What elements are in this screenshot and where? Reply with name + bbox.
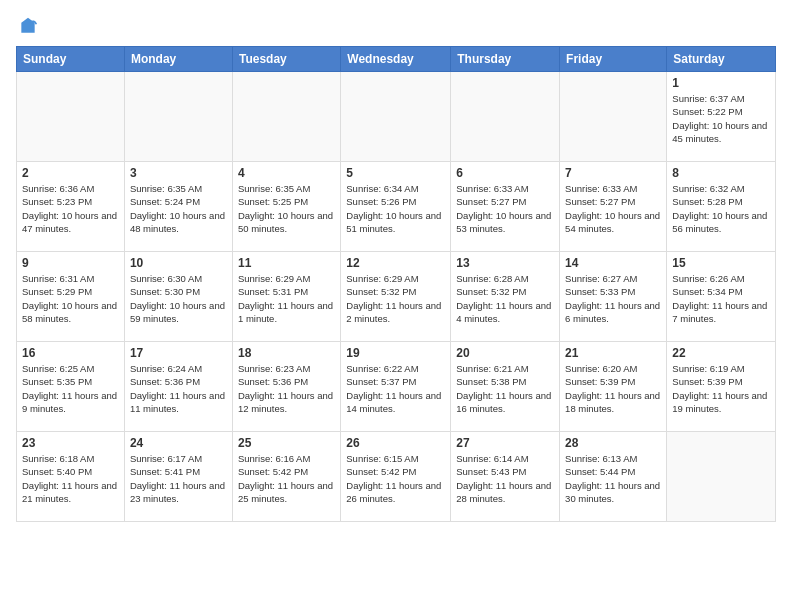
day-number: 22 [672,346,770,360]
calendar-cell: 20Sunrise: 6:21 AM Sunset: 5:38 PM Dayli… [451,342,560,432]
day-number: 10 [130,256,227,270]
calendar-cell: 10Sunrise: 6:30 AM Sunset: 5:30 PM Dayli… [124,252,232,342]
day-info: Sunrise: 6:16 AM Sunset: 5:42 PM Dayligh… [238,452,335,505]
day-number: 4 [238,166,335,180]
weekday-header-row: SundayMondayTuesdayWednesdayThursdayFrid… [17,47,776,72]
day-number: 12 [346,256,445,270]
weekday-header-friday: Friday [560,47,667,72]
weekday-header-thursday: Thursday [451,47,560,72]
calendar-week-row: 9Sunrise: 6:31 AM Sunset: 5:29 PM Daylig… [17,252,776,342]
weekday-header-saturday: Saturday [667,47,776,72]
calendar-cell: 11Sunrise: 6:29 AM Sunset: 5:31 PM Dayli… [232,252,340,342]
day-info: Sunrise: 6:21 AM Sunset: 5:38 PM Dayligh… [456,362,554,415]
calendar-cell: 16Sunrise: 6:25 AM Sunset: 5:35 PM Dayli… [17,342,125,432]
day-info: Sunrise: 6:29 AM Sunset: 5:31 PM Dayligh… [238,272,335,325]
day-number: 11 [238,256,335,270]
day-number: 26 [346,436,445,450]
calendar-cell [17,72,125,162]
day-info: Sunrise: 6:14 AM Sunset: 5:43 PM Dayligh… [456,452,554,505]
day-info: Sunrise: 6:26 AM Sunset: 5:34 PM Dayligh… [672,272,770,325]
day-number: 9 [22,256,119,270]
weekday-header-sunday: Sunday [17,47,125,72]
day-info: Sunrise: 6:35 AM Sunset: 5:24 PM Dayligh… [130,182,227,235]
day-info: Sunrise: 6:30 AM Sunset: 5:30 PM Dayligh… [130,272,227,325]
calendar-cell [124,72,232,162]
calendar-table: SundayMondayTuesdayWednesdayThursdayFrid… [16,46,776,522]
day-info: Sunrise: 6:25 AM Sunset: 5:35 PM Dayligh… [22,362,119,415]
day-info: Sunrise: 6:28 AM Sunset: 5:32 PM Dayligh… [456,272,554,325]
day-number: 2 [22,166,119,180]
calendar-cell [232,72,340,162]
calendar-week-row: 23Sunrise: 6:18 AM Sunset: 5:40 PM Dayli… [17,432,776,522]
day-info: Sunrise: 6:13 AM Sunset: 5:44 PM Dayligh… [565,452,661,505]
calendar-cell: 7Sunrise: 6:33 AM Sunset: 5:27 PM Daylig… [560,162,667,252]
day-number: 3 [130,166,227,180]
calendar-cell: 14Sunrise: 6:27 AM Sunset: 5:33 PM Dayli… [560,252,667,342]
calendar-cell: 13Sunrise: 6:28 AM Sunset: 5:32 PM Dayli… [451,252,560,342]
calendar-cell: 8Sunrise: 6:32 AM Sunset: 5:28 PM Daylig… [667,162,776,252]
calendar-cell: 4Sunrise: 6:35 AM Sunset: 5:25 PM Daylig… [232,162,340,252]
day-number: 13 [456,256,554,270]
day-number: 1 [672,76,770,90]
calendar-cell: 9Sunrise: 6:31 AM Sunset: 5:29 PM Daylig… [17,252,125,342]
calendar-cell: 3Sunrise: 6:35 AM Sunset: 5:24 PM Daylig… [124,162,232,252]
day-info: Sunrise: 6:37 AM Sunset: 5:22 PM Dayligh… [672,92,770,145]
calendar-cell [560,72,667,162]
day-info: Sunrise: 6:15 AM Sunset: 5:42 PM Dayligh… [346,452,445,505]
calendar-week-row: 1Sunrise: 6:37 AM Sunset: 5:22 PM Daylig… [17,72,776,162]
day-number: 7 [565,166,661,180]
day-number: 16 [22,346,119,360]
calendar-cell [451,72,560,162]
calendar-cell: 2Sunrise: 6:36 AM Sunset: 5:23 PM Daylig… [17,162,125,252]
calendar-cell [341,72,451,162]
day-info: Sunrise: 6:32 AM Sunset: 5:28 PM Dayligh… [672,182,770,235]
day-info: Sunrise: 6:33 AM Sunset: 5:27 PM Dayligh… [565,182,661,235]
day-number: 20 [456,346,554,360]
day-number: 27 [456,436,554,450]
day-number: 18 [238,346,335,360]
day-number: 28 [565,436,661,450]
day-number: 15 [672,256,770,270]
calendar-cell [667,432,776,522]
day-info: Sunrise: 6:20 AM Sunset: 5:39 PM Dayligh… [565,362,661,415]
calendar-cell: 17Sunrise: 6:24 AM Sunset: 5:36 PM Dayli… [124,342,232,432]
day-number: 5 [346,166,445,180]
day-info: Sunrise: 6:36 AM Sunset: 5:23 PM Dayligh… [22,182,119,235]
day-info: Sunrise: 6:34 AM Sunset: 5:26 PM Dayligh… [346,182,445,235]
page-header [16,16,776,36]
weekday-header-tuesday: Tuesday [232,47,340,72]
day-number: 17 [130,346,227,360]
calendar-cell: 1Sunrise: 6:37 AM Sunset: 5:22 PM Daylig… [667,72,776,162]
day-info: Sunrise: 6:22 AM Sunset: 5:37 PM Dayligh… [346,362,445,415]
day-info: Sunrise: 6:27 AM Sunset: 5:33 PM Dayligh… [565,272,661,325]
calendar-cell: 6Sunrise: 6:33 AM Sunset: 5:27 PM Daylig… [451,162,560,252]
day-info: Sunrise: 6:18 AM Sunset: 5:40 PM Dayligh… [22,452,119,505]
calendar-cell: 24Sunrise: 6:17 AM Sunset: 5:41 PM Dayli… [124,432,232,522]
day-number: 25 [238,436,335,450]
calendar-cell: 26Sunrise: 6:15 AM Sunset: 5:42 PM Dayli… [341,432,451,522]
day-info: Sunrise: 6:17 AM Sunset: 5:41 PM Dayligh… [130,452,227,505]
day-number: 8 [672,166,770,180]
day-number: 14 [565,256,661,270]
calendar-cell: 23Sunrise: 6:18 AM Sunset: 5:40 PM Dayli… [17,432,125,522]
calendar-cell: 12Sunrise: 6:29 AM Sunset: 5:32 PM Dayli… [341,252,451,342]
calendar-cell: 18Sunrise: 6:23 AM Sunset: 5:36 PM Dayli… [232,342,340,432]
logo-icon [18,16,38,36]
day-number: 6 [456,166,554,180]
day-info: Sunrise: 6:35 AM Sunset: 5:25 PM Dayligh… [238,182,335,235]
day-number: 19 [346,346,445,360]
day-info: Sunrise: 6:19 AM Sunset: 5:39 PM Dayligh… [672,362,770,415]
weekday-header-wednesday: Wednesday [341,47,451,72]
calendar-cell: 19Sunrise: 6:22 AM Sunset: 5:37 PM Dayli… [341,342,451,432]
day-info: Sunrise: 6:23 AM Sunset: 5:36 PM Dayligh… [238,362,335,415]
day-info: Sunrise: 6:31 AM Sunset: 5:29 PM Dayligh… [22,272,119,325]
day-info: Sunrise: 6:24 AM Sunset: 5:36 PM Dayligh… [130,362,227,415]
calendar-cell: 5Sunrise: 6:34 AM Sunset: 5:26 PM Daylig… [341,162,451,252]
day-info: Sunrise: 6:33 AM Sunset: 5:27 PM Dayligh… [456,182,554,235]
day-number: 24 [130,436,227,450]
calendar-cell: 28Sunrise: 6:13 AM Sunset: 5:44 PM Dayli… [560,432,667,522]
calendar-week-row: 2Sunrise: 6:36 AM Sunset: 5:23 PM Daylig… [17,162,776,252]
logo [16,16,38,36]
calendar-cell: 22Sunrise: 6:19 AM Sunset: 5:39 PM Dayli… [667,342,776,432]
day-number: 21 [565,346,661,360]
